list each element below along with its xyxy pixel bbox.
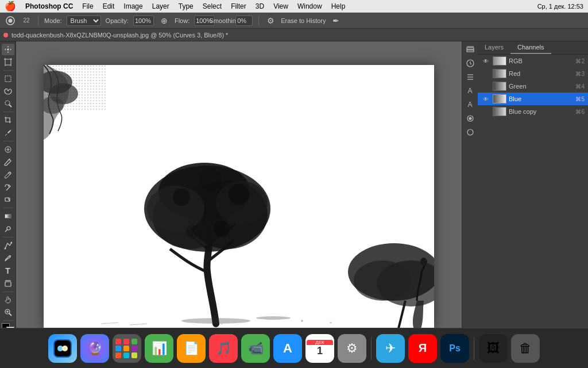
channel-blue-copy[interactable]: 👁 Blue copy ⌘6 bbox=[478, 105, 588, 118]
svg-line-57 bbox=[130, 324, 147, 325]
svg-point-53 bbox=[420, 258, 427, 266]
dock-trash[interactable]: 🗑 bbox=[511, 334, 540, 363]
channel-shortcut-blue-copy: ⌘6 bbox=[575, 109, 585, 115]
channel-thumb-blue-copy bbox=[493, 107, 506, 116]
menu-file[interactable]: File bbox=[82, 2, 93, 10]
opacity-label: Opacity: bbox=[106, 17, 129, 24]
dock-appstore[interactable]: A bbox=[273, 334, 302, 363]
tab-close-button[interactable] bbox=[3, 33, 8, 37]
stamp-tool[interactable] bbox=[2, 169, 14, 181]
character-icon[interactable]: A bbox=[465, 99, 476, 110]
menu-image[interactable]: Image bbox=[123, 2, 142, 10]
adjustments-icon[interactable]: A bbox=[465, 85, 476, 97]
dock-facetime[interactable]: 📹 bbox=[241, 334, 270, 363]
svg-point-49 bbox=[214, 221, 230, 237]
dock-yandex[interactable]: Я bbox=[408, 334, 437, 363]
svg-point-72 bbox=[467, 129, 473, 135]
dock-calendar[interactable]: ДЕК 1 bbox=[305, 334, 334, 363]
menu-help[interactable]: Help bbox=[331, 2, 346, 10]
erase-to-history-label: Erase to History bbox=[281, 17, 326, 24]
apple-menu[interactable]: 🍎 bbox=[5, 1, 16, 12]
menu-filter[interactable]: Filter bbox=[231, 2, 246, 10]
dock-pages[interactable]: 📄 bbox=[177, 334, 206, 363]
dock-siri[interactable]: 🔮 bbox=[80, 334, 109, 363]
channel-eye-blue[interactable]: 👁 bbox=[481, 94, 490, 103]
menu-layer[interactable]: Layer bbox=[152, 2, 169, 10]
text-tool[interactable]: T bbox=[2, 265, 14, 277]
marquee-tool[interactable] bbox=[2, 73, 14, 85]
shape-tool[interactable] bbox=[2, 278, 14, 289]
svg-point-1 bbox=[9, 18, 13, 22]
erase-history-icon[interactable]: ✒ bbox=[330, 15, 342, 26]
opacity-icon[interactable]: ⊕ bbox=[158, 15, 170, 26]
lasso-tool[interactable] bbox=[2, 86, 14, 97]
smoothing-input[interactable] bbox=[235, 16, 253, 26]
pen-tool[interactable] bbox=[2, 252, 14, 264]
properties-icon[interactable] bbox=[465, 71, 476, 83]
svg-point-11 bbox=[5, 101, 10, 105]
mask-icon[interactable] bbox=[465, 126, 476, 138]
panel-left-icons: A A bbox=[462, 41, 478, 353]
channel-green[interactable]: 👁 Green ⌘4 bbox=[478, 80, 588, 93]
menu-window[interactable]: Window bbox=[297, 2, 322, 10]
channel-thumb-blue bbox=[493, 94, 506, 103]
history-brush-tool[interactable] bbox=[2, 182, 14, 193]
channel-shortcut-green: ⌘4 bbox=[575, 83, 585, 90]
menu-3d[interactable]: 3D bbox=[256, 2, 264, 10]
mode-select[interactable]: Brush bbox=[67, 16, 101, 26]
opacity-input[interactable] bbox=[133, 16, 154, 26]
tab-channels[interactable]: Channels bbox=[510, 41, 551, 54]
clock: Ср, 1 дек. 12:53 bbox=[537, 3, 583, 10]
path-selection-tool[interactable] bbox=[2, 240, 14, 251]
dock-telegram[interactable]: ✈ bbox=[376, 334, 405, 363]
dock-launchpad[interactable] bbox=[113, 334, 141, 363]
channel-shortcut-blue: ⌘5 bbox=[575, 96, 585, 102]
channel-rgb[interactable]: 👁 RGB ⌘2 bbox=[478, 55, 588, 67]
eraser-tool[interactable] bbox=[2, 194, 14, 206]
channel-eye-rgb[interactable]: 👁 bbox=[481, 56, 490, 66]
eyedropper-tool[interactable] bbox=[2, 127, 14, 139]
dock-prefs[interactable]: ⚙ bbox=[338, 334, 366, 363]
artboard-tool[interactable] bbox=[2, 56, 14, 68]
quick-selection-tool[interactable] bbox=[2, 98, 14, 109]
menu-type[interactable]: Type bbox=[179, 2, 194, 10]
hand-tool[interactable] bbox=[2, 294, 14, 305]
svg-line-56 bbox=[101, 323, 118, 324]
dock-finder[interactable] bbox=[48, 334, 77, 363]
left-toolbar: T bbox=[0, 41, 16, 353]
svg-line-13 bbox=[5, 134, 7, 136]
move-tool[interactable] bbox=[2, 44, 14, 55]
dock-photoshop[interactable]: Ps bbox=[440, 334, 469, 363]
svg-rect-63 bbox=[467, 48, 474, 49]
layers-icon[interactable] bbox=[465, 44, 476, 55]
svg-point-45 bbox=[173, 189, 190, 206]
smoothing-settings-icon[interactable]: ⚙ bbox=[265, 15, 276, 26]
channel-red[interactable]: 👁 Red ⌘3 bbox=[478, 67, 588, 80]
menu-select[interactable]: Select bbox=[203, 2, 222, 10]
dodge-tool[interactable] bbox=[2, 223, 14, 235]
canvas bbox=[44, 65, 434, 329]
zoom-tool[interactable] bbox=[2, 306, 14, 318]
channel-eye-red[interactable]: 👁 bbox=[481, 69, 490, 78]
history-icon[interactable] bbox=[465, 57, 476, 69]
crop-tool[interactable] bbox=[2, 114, 14, 126]
tab-layers[interactable]: Layers bbox=[478, 41, 510, 54]
menu-view[interactable]: View bbox=[273, 2, 288, 10]
canvas-area[interactable] bbox=[16, 41, 462, 353]
svg-line-30 bbox=[9, 313, 11, 316]
healing-brush-tool[interactable] bbox=[2, 144, 14, 155]
svg-point-48 bbox=[186, 225, 200, 239]
svg-point-55 bbox=[256, 316, 291, 320]
channel-eye-green[interactable]: 👁 bbox=[481, 82, 490, 91]
dock-music[interactable]: 🎵 bbox=[209, 334, 238, 363]
channel-blue[interactable]: 👁 Blue ⌘5 bbox=[478, 93, 588, 105]
channel-eye-blue-copy[interactable]: 👁 bbox=[481, 107, 490, 116]
system-status-icons: Ср, 1 дек. 12:53 bbox=[537, 3, 583, 10]
dock-photos[interactable]: 🖼 bbox=[479, 334, 508, 363]
dock-numbers[interactable]: 📊 bbox=[145, 334, 173, 363]
load-channel-icon[interactable] bbox=[465, 113, 476, 124]
brush-tool[interactable] bbox=[2, 156, 14, 168]
app-name: Photoshop CC bbox=[25, 2, 73, 10]
gradient-tool[interactable] bbox=[2, 210, 14, 222]
menu-edit[interactable]: Edit bbox=[103, 2, 115, 10]
